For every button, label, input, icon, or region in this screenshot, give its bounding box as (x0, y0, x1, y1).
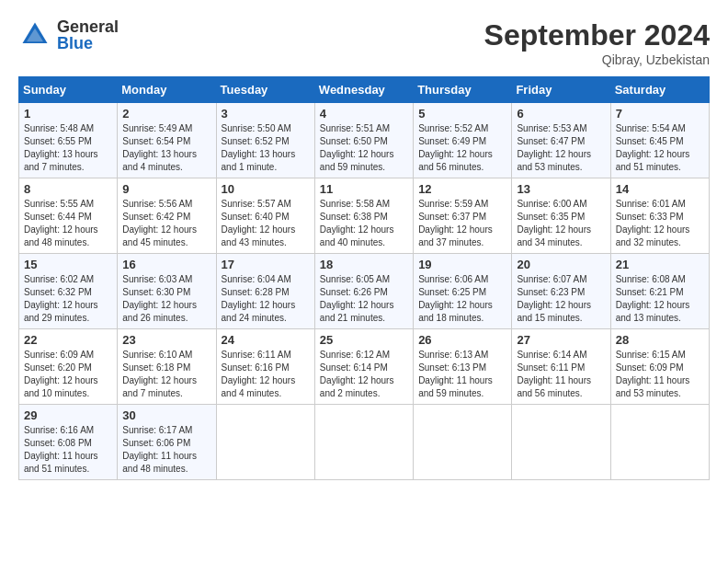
day-number: 9 (122, 182, 210, 196)
calendar-cell: 8Sunrise: 5:55 AM Sunset: 6:44 PM Daylig… (19, 178, 118, 254)
day-info: Sunrise: 5:55 AM Sunset: 6:44 PM Dayligh… (24, 198, 112, 249)
day-info: Sunrise: 5:57 AM Sunset: 6:40 PM Dayligh… (222, 198, 310, 249)
calendar-cell: 20Sunrise: 6:07 AM Sunset: 6:23 PM Dayli… (512, 254, 610, 329)
calendar-cell: 22Sunrise: 6:09 AM Sunset: 6:20 PM Dayli… (19, 329, 118, 405)
day-info: Sunrise: 5:52 AM Sunset: 6:49 PM Dayligh… (418, 122, 506, 174)
day-number: 3 (222, 107, 310, 121)
day-number: 23 (122, 333, 210, 347)
calendar-table: SundayMondayTuesdayWednesdayThursdayFrid… (18, 76, 710, 480)
calendar-cell: 5Sunrise: 5:52 AM Sunset: 6:49 PM Daylig… (414, 103, 512, 178)
day-number: 5 (418, 107, 506, 121)
day-number: 11 (320, 182, 408, 196)
day-number: 25 (320, 333, 408, 347)
day-of-week-header: Saturday (610, 77, 709, 103)
day-number: 14 (616, 182, 704, 196)
day-number: 2 (122, 107, 210, 121)
day-info: Sunrise: 5:54 AM Sunset: 6:45 PM Dayligh… (616, 122, 704, 174)
calendar-cell: 16Sunrise: 6:03 AM Sunset: 6:30 PM Dayli… (118, 254, 216, 329)
day-number: 29 (24, 408, 112, 422)
calendar-cell: 13Sunrise: 6:00 AM Sunset: 6:35 PM Dayli… (512, 178, 610, 254)
day-info: Sunrise: 5:50 AM Sunset: 6:52 PM Dayligh… (222, 122, 310, 174)
logo-text: General Blue (57, 18, 119, 52)
day-number: 22 (24, 333, 112, 347)
calendar-cell (512, 405, 610, 480)
day-number: 27 (517, 333, 605, 347)
day-info: Sunrise: 6:09 AM Sunset: 6:20 PM Dayligh… (24, 349, 112, 400)
day-number: 21 (616, 258, 704, 271)
calendar-cell: 10Sunrise: 5:57 AM Sunset: 6:40 PM Dayli… (216, 178, 314, 254)
calendar-week-row: 8Sunrise: 5:55 AM Sunset: 6:44 PM Daylig… (19, 178, 710, 254)
day-info: Sunrise: 6:14 AM Sunset: 6:11 PM Dayligh… (517, 349, 605, 400)
calendar-cell: 12Sunrise: 5:59 AM Sunset: 6:37 PM Dayli… (414, 178, 512, 254)
day-number: 12 (418, 182, 506, 196)
calendar-cell: 6Sunrise: 5:53 AM Sunset: 6:47 PM Daylig… (512, 103, 610, 178)
day-number: 28 (616, 333, 704, 347)
calendar-cell: 2Sunrise: 5:49 AM Sunset: 6:54 PM Daylig… (118, 103, 216, 178)
day-of-week-header: Friday (512, 77, 610, 103)
day-info: Sunrise: 6:17 AM Sunset: 6:06 PM Dayligh… (122, 424, 210, 476)
day-number: 18 (320, 258, 408, 271)
day-info: Sunrise: 6:10 AM Sunset: 6:18 PM Dayligh… (122, 349, 210, 400)
logo-general: General (57, 18, 119, 35)
day-number: 17 (222, 258, 310, 271)
day-info: Sunrise: 6:13 AM Sunset: 6:13 PM Dayligh… (418, 349, 506, 400)
day-info: Sunrise: 6:11 AM Sunset: 6:16 PM Dayligh… (222, 349, 310, 400)
day-number: 1 (24, 107, 112, 121)
day-info: Sunrise: 5:51 AM Sunset: 6:50 PM Dayligh… (320, 122, 408, 174)
calendar-cell: 23Sunrise: 6:10 AM Sunset: 6:18 PM Dayli… (118, 329, 216, 405)
logo-icon (18, 18, 51, 52)
calendar-week-row: 29Sunrise: 6:16 AM Sunset: 6:08 PM Dayli… (19, 405, 710, 480)
calendar-cell: 9Sunrise: 5:56 AM Sunset: 6:42 PM Daylig… (118, 178, 216, 254)
day-info: Sunrise: 6:04 AM Sunset: 6:28 PM Dayligh… (222, 273, 310, 325)
day-of-week-header: Sunday (19, 77, 118, 103)
calendar-week-row: 15Sunrise: 6:02 AM Sunset: 6:32 PM Dayli… (19, 254, 710, 329)
calendar-cell: 30Sunrise: 6:17 AM Sunset: 6:06 PM Dayli… (118, 405, 216, 480)
day-of-week-header: Tuesday (216, 77, 314, 103)
calendar-cell: 27Sunrise: 6:14 AM Sunset: 6:11 PM Dayli… (512, 329, 610, 405)
calendar-cell (414, 405, 512, 480)
calendar-cell: 25Sunrise: 6:12 AM Sunset: 6:14 PM Dayli… (314, 329, 413, 405)
day-info: Sunrise: 6:02 AM Sunset: 6:32 PM Dayligh… (24, 273, 112, 325)
calendar-cell: 11Sunrise: 5:58 AM Sunset: 6:38 PM Dayli… (314, 178, 413, 254)
day-of-week-header: Monday (118, 77, 216, 103)
calendar-cell: 7Sunrise: 5:54 AM Sunset: 6:45 PM Daylig… (610, 103, 709, 178)
day-info: Sunrise: 5:48 AM Sunset: 6:55 PM Dayligh… (24, 122, 112, 174)
calendar-cell: 4Sunrise: 5:51 AM Sunset: 6:50 PM Daylig… (314, 103, 413, 178)
day-of-week-header: Thursday (414, 77, 512, 103)
calendar-cell: 3Sunrise: 5:50 AM Sunset: 6:52 PM Daylig… (216, 103, 314, 178)
day-info: Sunrise: 6:12 AM Sunset: 6:14 PM Dayligh… (320, 349, 408, 400)
day-info: Sunrise: 5:56 AM Sunset: 6:42 PM Dayligh… (122, 198, 210, 249)
day-info: Sunrise: 6:06 AM Sunset: 6:25 PM Dayligh… (418, 273, 506, 325)
day-number: 16 (122, 258, 210, 271)
day-number: 15 (24, 258, 112, 271)
calendar-cell: 18Sunrise: 6:05 AM Sunset: 6:26 PM Dayli… (314, 254, 413, 329)
month-title: September 2024 (484, 18, 710, 52)
calendar-cell: 1Sunrise: 5:48 AM Sunset: 6:55 PM Daylig… (19, 103, 118, 178)
day-number: 13 (517, 182, 605, 196)
day-number: 7 (616, 107, 704, 121)
calendar-cell: 29Sunrise: 6:16 AM Sunset: 6:08 PM Dayli… (19, 405, 118, 480)
day-number: 19 (418, 258, 506, 271)
day-info: Sunrise: 6:01 AM Sunset: 6:33 PM Dayligh… (616, 198, 704, 249)
calendar-cell: 17Sunrise: 6:04 AM Sunset: 6:28 PM Dayli… (216, 254, 314, 329)
calendar-cell: 28Sunrise: 6:15 AM Sunset: 6:09 PM Dayli… (610, 329, 709, 405)
day-number: 26 (418, 333, 506, 347)
calendar-cell (610, 405, 709, 480)
title-block: September 2024 Qibray, Uzbekistan (484, 18, 710, 67)
logo: General Blue (18, 18, 119, 52)
day-number: 30 (122, 408, 210, 422)
day-info: Sunrise: 6:05 AM Sunset: 6:26 PM Dayligh… (320, 273, 408, 325)
calendar-week-row: 22Sunrise: 6:09 AM Sunset: 6:20 PM Dayli… (19, 329, 710, 405)
calendar-cell: 24Sunrise: 6:11 AM Sunset: 6:16 PM Dayli… (216, 329, 314, 405)
calendar-cell: 26Sunrise: 6:13 AM Sunset: 6:13 PM Dayli… (414, 329, 512, 405)
day-info: Sunrise: 6:08 AM Sunset: 6:21 PM Dayligh… (616, 273, 704, 325)
day-number: 8 (24, 182, 112, 196)
day-info: Sunrise: 6:15 AM Sunset: 6:09 PM Dayligh… (616, 349, 704, 400)
day-info: Sunrise: 5:53 AM Sunset: 6:47 PM Dayligh… (517, 122, 605, 174)
logo-blue: Blue (57, 35, 119, 52)
location: Qibray, Uzbekistan (484, 52, 710, 67)
day-number: 20 (517, 258, 605, 271)
calendar-cell: 21Sunrise: 6:08 AM Sunset: 6:21 PM Dayli… (610, 254, 709, 329)
day-number: 24 (222, 333, 310, 347)
calendar-cell (216, 405, 314, 480)
